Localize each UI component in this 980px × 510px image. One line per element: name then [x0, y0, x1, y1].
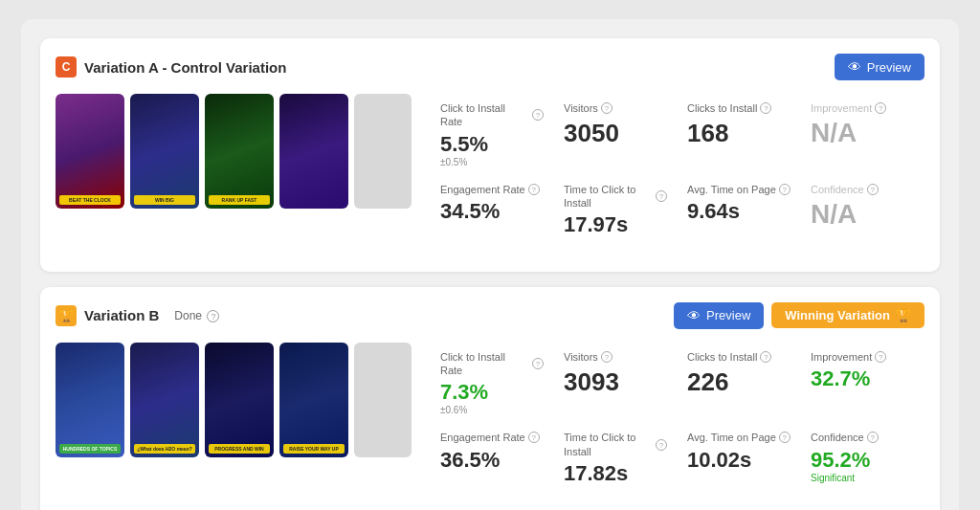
stat-cell-a-6: Avg. Time on Page ? 9.64s [678, 175, 801, 256]
preview-button-a[interactable]: 👁 Preview [835, 54, 924, 80]
stat-cell-b-0: Click to Install Rate ? 7.3% ±0.6% [431, 343, 554, 424]
screenshots-a: BEAT THE CLOCK WIN BIG RANK UP FAST [56, 94, 412, 256]
thumb-label-b4: RAISE YOUR WAY UP [283, 444, 345, 454]
header-right-a: 👁 Preview [835, 54, 924, 80]
trophy-icon-b: 🏆 [59, 309, 74, 322]
card-body-b: HUNDREDS OF TOPICS ¿What does H2O mean? … [56, 343, 924, 505]
stat-cell-a-1: Visitors ? 3050 [554, 94, 678, 175]
screenshots-b: HUNDREDS OF TOPICS ¿What does H2O mean? … [56, 343, 412, 505]
stat-label-b-7: Confidence ? [811, 431, 914, 444]
help-icon-a-5[interactable]: ? [656, 190, 667, 202]
help-icon-b-0[interactable]: ? [532, 358, 544, 369]
screenshot-b-placeholder [354, 343, 412, 457]
stat-value-b-1: 3093 [564, 367, 667, 397]
help-icon-a-4[interactable]: ? [528, 184, 540, 195]
thumb-label-b1: HUNDREDS OF TOPICS [59, 444, 121, 454]
stat-label-b-3: Improvement ? [811, 350, 914, 364]
stat-label-a-6: Avg. Time on Page ? [687, 183, 791, 196]
stat-label-b-2: Clicks to Install ? [687, 350, 791, 364]
stat-value-a-7: N/A [811, 200, 914, 230]
stat-cell-b-4: Engagement Rate ? 36.5% [431, 423, 554, 504]
card-body-a: BEAT THE CLOCK WIN BIG RANK UP FAST Clic… [56, 94, 924, 256]
stat-value-a-6: 9.64s [687, 200, 791, 223]
help-icon-a-3[interactable]: ? [875, 102, 886, 114]
stat-value-a-2: 168 [687, 119, 791, 148]
variation-title-b: Variation B [84, 307, 159, 323]
variation-icon-b: 🏆 [56, 305, 77, 326]
stat-cell-b-5: Time to Click to Install ? 17.82s [554, 423, 678, 504]
header-right-b: 👁 Preview Winning Variation 🏆 [674, 302, 924, 329]
stat-value-b-4: 36.5% [440, 449, 544, 472]
stat-label-a-3: Improvement ? [811, 101, 914, 115]
help-icon-b-1[interactable]: ? [601, 351, 612, 363]
stat-label-b-6: Avg. Time on Page ? [687, 431, 791, 444]
card-header-a: C Variation A - Control Variation 👁 Prev… [56, 54, 924, 80]
thumb-label-b3: PROGRESS AND WIN [209, 444, 270, 454]
help-icon-a-7[interactable]: ? [867, 184, 879, 195]
stat-label-a-5: Time to Click to Install ? [564, 183, 667, 211]
help-icon-a-1[interactable]: ? [601, 102, 612, 114]
card-header-left-a: C Variation A - Control Variation [56, 56, 286, 78]
stat-cell-b-1: Visitors ? 3093 [554, 343, 678, 424]
stat-sub-a-0: ±0.5% [440, 157, 544, 167]
stat-sub-b-0: ±0.6% [440, 405, 544, 415]
thumb-label-a2: WIN BIG [134, 195, 195, 205]
stat-value-b-0: 7.3% [440, 381, 544, 404]
stat-cell-a-4: Engagement Rate ? 34.5% [431, 175, 554, 256]
stat-cell-a-0: Click to Install Rate ? 5.5% ±0.5% [431, 94, 554, 175]
trophy-badge-icon: 🏆 [896, 308, 911, 322]
stats-grid-a: Click to Install Rate ? 5.5% ±0.5% Visit… [421, 94, 924, 256]
eye-icon-a: 👁 [848, 59, 861, 75]
eye-icon-b: 👁 [687, 308, 701, 323]
stat-value-b-5: 17.82s [564, 462, 667, 485]
screenshot-b-4: RAISE YOUR WAY UP [279, 343, 348, 457]
stat-cell-a-2: Clicks to Install ? 168 [678, 94, 801, 175]
stat-label-a-2: Clicks to Install ? [687, 101, 791, 115]
stat-value-a-0: 5.5% [440, 133, 544, 156]
main-container: C Variation A - Control Variation 👁 Prev… [21, 19, 959, 510]
help-icon-b-2[interactable]: ? [760, 351, 771, 363]
screenshot-a-2: WIN BIG [130, 94, 199, 209]
variation-title-a: Variation A - Control Variation [84, 59, 286, 76]
stat-value-a-3: N/A [811, 119, 914, 148]
help-icon-b-7[interactable]: ? [867, 432, 879, 443]
card-header-b: 🏆 Variation B Done ? 👁 Preview Winning V… [56, 302, 924, 329]
stat-sub-b-7: Significant [811, 473, 914, 483]
stat-label-a-1: Visitors ? [564, 101, 667, 115]
help-icon-a-6[interactable]: ? [779, 184, 791, 195]
stat-cell-b-6: Avg. Time on Page ? 10.02s [678, 423, 801, 504]
help-icon-a-2[interactable]: ? [760, 102, 771, 114]
stat-value-a-5: 17.97s [564, 213, 667, 236]
stat-value-b-3: 32.7% [811, 367, 914, 390]
stat-cell-a-3: Improvement ? N/A [801, 94, 924, 175]
stat-value-b-7: 95.2% [811, 449, 914, 472]
stat-label-b-4: Engagement Rate ? [440, 431, 544, 444]
stat-label-b-0: Click to Install Rate ? [440, 350, 544, 378]
done-help-icon-b[interactable]: ? [207, 310, 219, 322]
screenshot-a-1: BEAT THE CLOCK [56, 94, 124, 209]
help-icon-b-6[interactable]: ? [779, 432, 791, 443]
help-icon-b-3[interactable]: ? [875, 351, 886, 363]
stat-label-a-7: Confidence ? [811, 183, 914, 196]
help-icon-b-4[interactable]: ? [528, 432, 540, 443]
stat-label-b-1: Visitors ? [564, 350, 667, 364]
screenshot-a-placeholder [354, 94, 412, 209]
stat-value-b-6: 10.02s [687, 449, 791, 472]
card-header-left-b: 🏆 Variation B Done ? [56, 305, 219, 326]
stat-label-b-5: Time to Click to Install ? [564, 431, 667, 458]
screenshot-a-3: RANK UP FAST [205, 94, 274, 209]
stat-cell-a-5: Time to Click to Install ? 17.97s [554, 175, 678, 256]
preview-button-b[interactable]: 👁 Preview [674, 302, 764, 329]
stat-value-a-1: 3050 [564, 119, 667, 148]
stat-cell-a-7: Confidence ? N/A [801, 175, 924, 256]
thumb-label-a3: RANK UP FAST [209, 195, 270, 205]
stat-label-a-0: Click to Install Rate ? [440, 101, 544, 129]
help-icon-a-0[interactable]: ? [532, 109, 544, 121]
thumb-label-a1: BEAT THE CLOCK [59, 195, 121, 205]
variation-icon-a: C [56, 56, 77, 78]
screenshot-b-1: HUNDREDS OF TOPICS [56, 343, 124, 457]
winning-variation-badge: Winning Variation 🏆 [771, 302, 924, 328]
variation-b-card: 🏆 Variation B Done ? 👁 Preview Winning V… [40, 287, 940, 510]
done-badge-b: Done ? [174, 309, 219, 322]
help-icon-b-5[interactable]: ? [656, 439, 667, 451]
